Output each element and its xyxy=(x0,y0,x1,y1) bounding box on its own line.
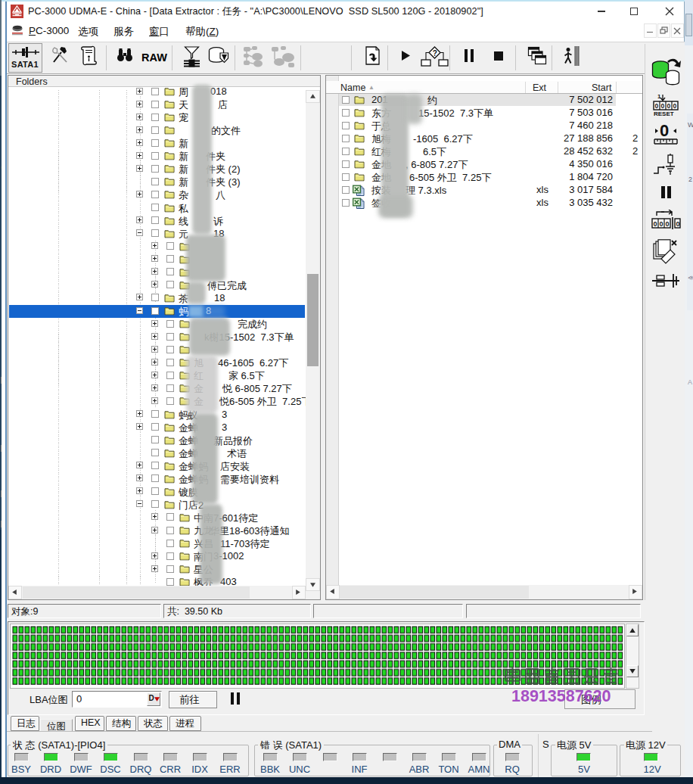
svg-text:0: 0 xyxy=(660,220,663,228)
svg-text:0: 0 xyxy=(660,121,669,140)
svg-text:1: 1 xyxy=(657,93,661,100)
svg-text:0: 0 xyxy=(676,220,680,228)
svg-text:0: 0 xyxy=(667,102,671,110)
svg-text:0: 0 xyxy=(666,220,670,228)
svg-text:0: 0 xyxy=(654,220,657,228)
svg-text:RESET: RESET xyxy=(654,110,674,117)
svg-text:0: 0 xyxy=(673,102,677,110)
svg-text:0: 0 xyxy=(661,102,665,110)
svg-text:0: 0 xyxy=(655,102,659,110)
svg-text:?: ? xyxy=(433,49,437,58)
